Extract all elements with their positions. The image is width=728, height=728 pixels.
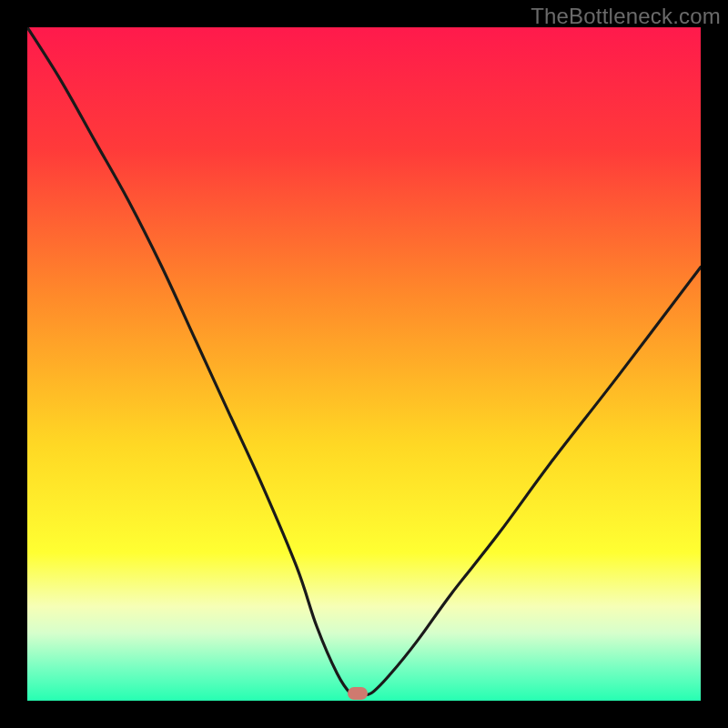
bottleneck-curve	[27, 27, 701, 701]
optimal-point-marker	[348, 687, 368, 700]
chart-frame: TheBottleneck.com	[0, 0, 728, 728]
attribution-text: TheBottleneck.com	[531, 4, 721, 29]
plot-area	[27, 27, 701, 701]
